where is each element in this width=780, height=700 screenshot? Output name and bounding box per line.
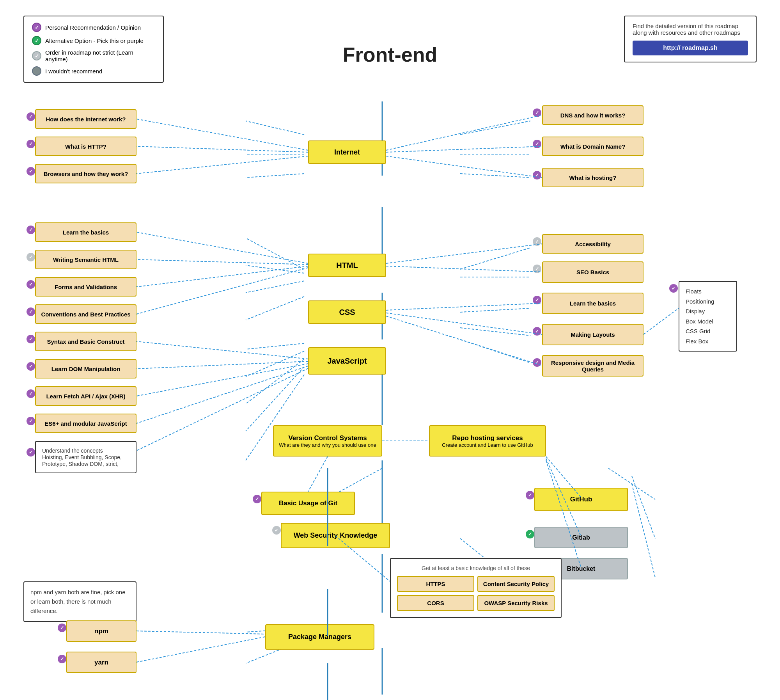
svg-line-40	[136, 364, 308, 396]
node-how-internet[interactable]: How does the internet work?	[35, 109, 136, 129]
badge-css-details: ✓	[669, 284, 678, 293]
css-details-box: FloatsPositioningDisplayBox ModelCSS Gri…	[679, 281, 737, 352]
node-css[interactable]: CSS	[308, 300, 386, 324]
node-web-security[interactable]: Web Security Knowledge	[281, 523, 390, 548]
info-box-url[interactable]: http:// roadmap.sh	[633, 41, 748, 55]
svg-line-18	[460, 328, 530, 336]
security-csp[interactable]: Content Security Policy	[477, 576, 555, 592]
security-cors[interactable]: CORS	[397, 595, 474, 611]
svg-line-8	[246, 281, 304, 293]
svg-line-53	[546, 460, 581, 568]
legend-item-not-recommended: I wouldn't recommend	[32, 66, 155, 76]
legend-label-not-recommended: I wouldn't recommend	[45, 68, 102, 75]
svg-line-47	[386, 316, 542, 366]
node-yarn[interactable]: yarn	[66, 652, 136, 673]
badge-http: ✓	[27, 140, 35, 148]
node-hosting[interactable]: What is hosting?	[542, 168, 644, 187]
svg-line-38	[136, 341, 308, 359]
badge-yarn: ✓	[58, 655, 66, 663]
svg-line-3	[460, 121, 530, 135]
svg-line-45	[386, 303, 542, 310]
svg-line-10	[246, 343, 304, 349]
node-vcs[interactable]: Version Control Systems What are they an…	[273, 425, 382, 457]
node-fetch-api[interactable]: Learn Fetch API / Ajax (XHR)	[35, 386, 136, 406]
badge-learn-basics-html: ✓	[27, 226, 35, 234]
svg-line-30	[136, 156, 308, 174]
legend-icon-green: ✓	[32, 36, 41, 45]
svg-line-7	[246, 265, 304, 273]
badge-concepts: ✓	[27, 448, 35, 457]
badge-making-layouts: ✓	[533, 327, 541, 336]
badge-domain-name: ✓	[533, 140, 541, 148]
badge-browsers: ✓	[27, 167, 35, 176]
badge-seo: ✓	[533, 265, 541, 273]
node-learn-basics-css[interactable]: Learn the basics	[542, 293, 644, 314]
security-grid: HTTPS Content Security Policy CORS OWASP…	[397, 576, 555, 611]
svg-line-55	[136, 631, 265, 634]
node-making-layouts[interactable]: Making Layouts	[542, 324, 644, 345]
legend-item-personal: ✓ Personal Recommendation / Opinion	[32, 23, 155, 32]
badge-how-internet: ✓	[27, 112, 35, 121]
badge-fetch-api: ✓	[27, 389, 35, 398]
badge-semantic-html: ✓	[27, 253, 35, 261]
node-basic-git[interactable]: Basic Usage of Git	[261, 492, 355, 515]
svg-line-44	[386, 266, 542, 272]
node-package-managers[interactable]: Package Managers	[265, 624, 374, 650]
badge-syntax-js: ✓	[27, 335, 35, 343]
svg-line-26	[632, 476, 655, 538]
svg-line-29	[136, 146, 308, 152]
svg-line-12	[246, 359, 304, 404]
node-conventions[interactable]: Conventions and Best Practices	[35, 304, 136, 324]
node-javascript[interactable]: JavaScript	[308, 347, 386, 375]
node-repo-hosting[interactable]: Repo hosting services Create account and…	[429, 425, 546, 457]
badge-responsive: ✓	[533, 358, 541, 367]
node-syntax-js[interactable]: Syntax and Basic Construct	[35, 332, 136, 351]
page-title: Front-end	[343, 43, 438, 66]
info-box: Find the detailed version of this roadma…	[624, 16, 757, 62]
svg-line-46	[386, 313, 542, 334]
node-semantic-html[interactable]: Writing Semantic HTML	[35, 250, 136, 269]
svg-line-48	[644, 308, 679, 334]
node-http[interactable]: What is HTTP?	[35, 137, 136, 156]
node-domain-name[interactable]: What is Domain Name?	[542, 137, 644, 156]
badge-dom-manip: ✓	[27, 362, 35, 371]
svg-line-32	[386, 146, 542, 152]
node-responsive[interactable]: Responsive design and Media Queries	[542, 355, 644, 377]
node-internet[interactable]: Internet	[308, 140, 386, 164]
node-dns[interactable]: DNS and how it works?	[542, 105, 644, 125]
svg-line-56	[136, 637, 265, 662]
node-learn-basics-html[interactable]: Learn the basics	[35, 222, 136, 242]
badge-github: ✓	[526, 491, 534, 499]
roadmap-container: ✓ Personal Recommendation / Opinion ✓ Al…	[0, 0, 780, 700]
css-details-content: FloatsPositioningDisplayBox ModelCSS Gri…	[686, 286, 730, 346]
node-seo[interactable]: SEO Basics	[542, 261, 644, 283]
node-dom-manip[interactable]: Learn DOM Manipulation	[35, 359, 136, 378]
badge-hosting: ✓	[533, 171, 541, 179]
legend-icon-gray-light: ✓	[32, 51, 41, 60]
node-npm[interactable]: npm	[66, 620, 136, 642]
badge-learn-basics-css: ✓	[533, 296, 541, 304]
svg-line-19	[460, 339, 530, 363]
node-accessibility[interactable]: Accessibility	[542, 234, 644, 254]
node-browsers[interactable]: Browsers and how they work?	[35, 164, 136, 183]
svg-line-0	[246, 121, 304, 135]
security-https[interactable]: HTTPS	[397, 576, 474, 592]
node-es6[interactable]: ES6+ and modular JavaScript	[35, 414, 136, 433]
note-npm: npm and yarn both are fine, pick one or …	[23, 581, 136, 622]
legend-label-order: Order in roadmap not strict (Learn anyti…	[45, 49, 155, 62]
legend-box: ✓ Personal Recommendation / Opinion ✓ Al…	[23, 16, 164, 83]
node-forms[interactable]: Forms and Validations	[35, 277, 136, 297]
node-github[interactable]: GitHub	[534, 488, 628, 511]
svg-line-17	[460, 308, 530, 312]
badge-forms: ✓	[27, 280, 35, 289]
svg-line-27	[632, 484, 655, 577]
node-html[interactable]: HTML	[308, 254, 386, 277]
svg-line-39	[136, 361, 308, 369]
svg-line-15	[460, 248, 530, 269]
security-owasp[interactable]: OWASP Security Risks	[477, 595, 555, 611]
node-gitlab[interactable]: Gitlab	[534, 527, 628, 548]
legend-label-personal: Personal Recommendation / Opinion	[45, 24, 141, 31]
svg-line-6	[246, 238, 304, 269]
note-concepts: Understand the concepts Hoisting, Event …	[35, 441, 136, 473]
svg-line-35	[136, 259, 308, 265]
